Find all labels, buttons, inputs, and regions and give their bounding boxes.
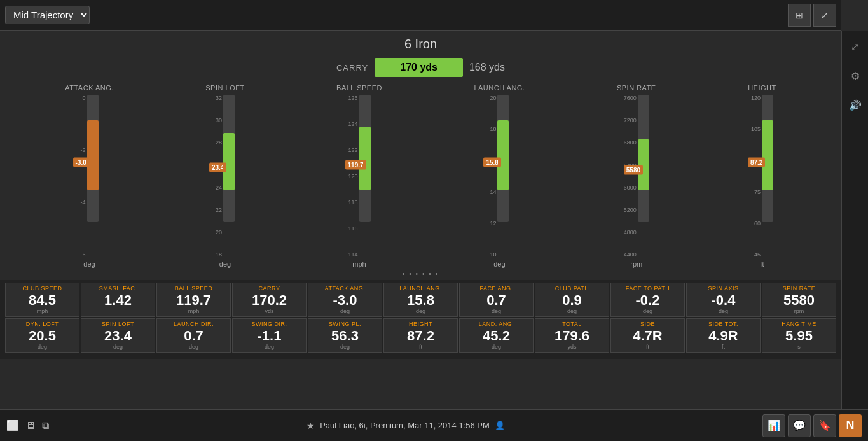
stat-cell-ball-speed: BALL SPEED119.7mph — [156, 283, 231, 317]
gauge-fill-track-height: 87.2 — [762, 95, 773, 222]
stat-label: FACE TO PATH — [615, 285, 680, 291]
stat-unit: yds — [539, 344, 605, 350]
gauge-track-spin-rate: 760072006800640060005200480044005580 — [624, 95, 649, 258]
stat-unit: mph — [161, 308, 226, 314]
trajectory-selector[interactable]: Mid Trajectory — [5, 6, 90, 24]
stat-cell-smash-fac.: SMASH FAC.1.42 — [81, 283, 155, 317]
stat-label: ATTACK ANG. — [312, 285, 378, 291]
stat-cell-total: TOTAL179.6yds — [535, 318, 609, 353]
stat-value: 15.8 — [388, 293, 453, 308]
stat-unit: deg — [464, 344, 529, 350]
gauge-fill-bar-spin-loft — [223, 133, 235, 190]
gauge-scale-ball-speed: 126124122120118116114 — [348, 95, 359, 258]
gauge-fill-bar-launch-ang — [497, 120, 509, 190]
bottom-bar: ⬜ 🖥 ⧉ ★ Paul Liao, 6i, Premium, Mar 11, … — [0, 409, 868, 441]
bottom-left-icons: ⬜ 🖥 ⧉ — [6, 419, 49, 431]
stat-unit: deg — [161, 344, 226, 350]
stat-label: BALL SPEED — [161, 285, 226, 291]
stat-unit: deg — [312, 308, 378, 314]
stat-label: HEIGHT — [388, 321, 453, 327]
gauge-fill-track-spin-loft: 23.4 — [223, 95, 235, 222]
gauge-unit-launch-ang: deg — [493, 260, 505, 268]
gauge-scale-launch-ang: 201816141210 — [490, 95, 497, 258]
stat-value: 0.9 — [539, 293, 605, 308]
header: Mid Trajectory ⊞ ⤢ — [0, 0, 841, 31]
stat-value: 87.2 — [388, 328, 453, 344]
gauge-unit-ball-speed: mph — [352, 260, 366, 268]
carry-primary-value: 170 yds — [375, 58, 463, 77]
stat-label: SPIN AXIS — [691, 285, 756, 291]
gauge-fill-track-launch-ang: 15.8 — [497, 95, 509, 222]
gauge-fill-bar-height — [762, 120, 773, 190]
n-icon-btn[interactable]: N — [839, 414, 862, 437]
stat-label: FACE ANG. — [464, 285, 529, 291]
stat-cell-land.-ang.: LAND. ANG.45.2deg — [459, 318, 534, 353]
expand-sidebar-icon[interactable]: ⤢ — [846, 37, 865, 56]
stat-label: SMASH FAC. — [85, 285, 151, 291]
stat-unit: deg — [691, 308, 756, 314]
gauge-col-ball-speed: BALL SPEED126124122120118116114119.7mph — [336, 83, 382, 268]
gauge-col-attack-ang: ATTACK ANG.0-2-4-6-3.0deg — [65, 83, 114, 268]
chat-icon-btn[interactable]: 💬 — [788, 414, 811, 437]
stat-cell-face-to-path: FACE TO PATH-0.2deg — [610, 283, 685, 317]
expand-icon-btn[interactable]: ⤢ — [813, 4, 836, 27]
gauges-area: ATTACK ANG.0-2-4-6-3.0degSPIN LOFT323028… — [0, 83, 841, 268]
stat-cell-launch-dir.: LAUNCH DIR.0.7deg — [156, 318, 231, 353]
stat-unit: ft — [615, 344, 680, 350]
stat-value: 1.42 — [85, 293, 151, 308]
stat-value: 84.5 — [10, 293, 75, 308]
gauge-marker-spin-loft: 23.4 — [209, 163, 226, 172]
grid-icon-btn[interactable]: ⊞ — [788, 4, 811, 27]
bookmark-icon-btn[interactable]: 🔖 — [813, 414, 836, 437]
stat-value: 4.7R — [615, 328, 680, 344]
stat-unit: deg — [10, 344, 75, 350]
stat-label: SIDE TOT. — [691, 321, 756, 327]
stat-label: SWING DIR. — [237, 321, 302, 327]
stat-value: 45.2 — [464, 328, 529, 344]
gauge-title-attack-ang: ATTACK ANG. — [65, 83, 114, 92]
gauge-title-spin-rate: SPIN RATE — [617, 83, 656, 92]
gauge-track-spin-loft: 323028262422201823.4 — [216, 95, 235, 258]
carry-label: CARRY — [336, 63, 368, 73]
gauge-marker-attack-ang: -3.0 — [73, 158, 89, 167]
stat-value: -3.0 — [312, 293, 378, 308]
carry-bar-container: CARRY 170 yds 168 yds — [0, 54, 841, 83]
gauge-marker-spin-rate: 5580 — [624, 165, 643, 175]
stat-cell-dyn.-loft: DYN. LOFT20.5deg — [5, 318, 79, 353]
gauge-fill-track-spin-rate: 5580 — [638, 95, 649, 222]
stat-label: LAND. ANG. — [464, 321, 529, 327]
stat-unit: deg — [237, 344, 302, 350]
volume-sidebar-icon[interactable]: 🔊 — [846, 95, 865, 115]
stats-row-1: CLUB SPEED84.5mphSMASH FAC.1.42BALL SPEE… — [5, 283, 836, 317]
stat-unit: ft — [691, 344, 756, 350]
gauge-col-spin-rate: SPIN RATE7600720068006400600052004800440… — [617, 83, 656, 268]
stat-label: SPIN LOFT — [85, 321, 151, 327]
gauge-col-launch-ang: LAUNCH ANG.20181614121015.8deg — [474, 83, 525, 268]
stat-label: SWING PL. — [312, 321, 378, 327]
stat-value: -1.1 — [237, 328, 302, 344]
stat-value: 119.7 — [161, 293, 226, 308]
copy-icon[interactable]: ⧉ — [42, 420, 49, 431]
club-name: 6 Iron — [0, 31, 841, 54]
home-icon[interactable]: ⬜ — [6, 419, 19, 431]
gauge-unit-spin-loft: deg — [219, 260, 231, 268]
gauge-fill-bar-ball-speed — [359, 127, 371, 190]
stat-value: -0.2 — [615, 293, 680, 308]
stat-unit: rpm — [766, 308, 832, 314]
gauge-scale-spin-rate: 76007200680064006000520048004400 — [624, 95, 638, 258]
monitor-icon[interactable]: 🖥 — [25, 420, 36, 431]
gauge-scale-spin-loft: 3230282624222018 — [216, 95, 223, 258]
gauge-unit-height: ft — [760, 260, 764, 268]
settings-sidebar-icon[interactable]: ⚙ — [846, 66, 865, 85]
stat-value: 5.95 — [766, 328, 832, 344]
stat-unit: mph — [10, 308, 75, 314]
user-avatar-icon: 👤 — [495, 421, 505, 430]
stat-value: 170.2 — [237, 293, 302, 308]
stat-cell-side-tot.: SIDE TOT.4.9Rft — [686, 318, 761, 353]
stat-label: CLUB SPEED — [10, 285, 75, 291]
stat-label: LAUNCH ANG. — [388, 285, 453, 291]
gauge-fill-track-ball-speed: 119.7 — [359, 95, 371, 222]
gauge-track-launch-ang: 20181614121015.8 — [490, 95, 509, 258]
stat-value: 179.6 — [539, 328, 605, 344]
chart-icon-btn[interactable]: 📊 — [762, 414, 785, 437]
